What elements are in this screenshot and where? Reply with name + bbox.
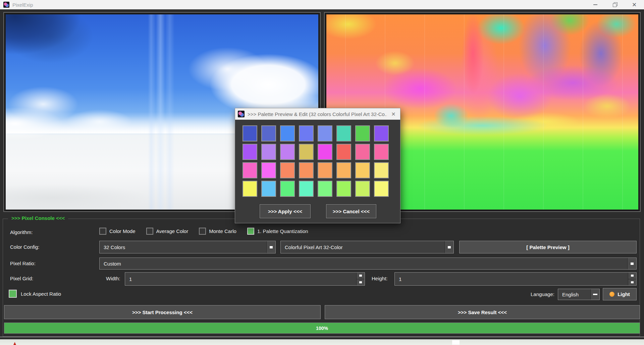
spin-up-button[interactable] bbox=[357, 273, 365, 279]
palette-swatch[interactable] bbox=[336, 125, 351, 141]
app-icon bbox=[3, 2, 9, 8]
palette-swatch[interactable] bbox=[355, 181, 370, 197]
checkbox-icon[interactable] bbox=[146, 228, 153, 235]
width-input[interactable] bbox=[125, 273, 356, 285]
palette-swatch[interactable] bbox=[355, 162, 370, 178]
algorithm-option[interactable]: Average Color bbox=[146, 228, 189, 235]
palette-swatch[interactable] bbox=[374, 144, 389, 160]
dropdown-icon bbox=[593, 294, 597, 295]
palette-swatch[interactable] bbox=[336, 181, 351, 197]
palette-swatch[interactable] bbox=[243, 162, 257, 178]
apply-button[interactable]: >>> Apply <<< bbox=[260, 204, 311, 218]
palette-swatch[interactable] bbox=[243, 144, 257, 160]
restore-button[interactable] bbox=[605, 0, 625, 9]
color-config-label: Color Config: bbox=[10, 244, 40, 250]
close-icon: ✕ bbox=[632, 2, 637, 8]
palette-swatch[interactable] bbox=[280, 181, 295, 197]
dialog-close-button[interactable]: ✕ bbox=[387, 111, 400, 117]
pixel-ratio-dropdown[interactable]: Custom bbox=[99, 257, 637, 270]
palette-swatch[interactable] bbox=[374, 125, 389, 141]
palette-swatch[interactable] bbox=[261, 125, 276, 141]
spin-down-icon bbox=[359, 281, 362, 283]
language-label: Language: bbox=[531, 291, 554, 297]
progress-value: 100% bbox=[316, 326, 328, 331]
palette-swatch[interactable] bbox=[299, 144, 314, 160]
palette-swatch[interactable] bbox=[243, 181, 257, 197]
palette-swatch[interactable] bbox=[374, 181, 389, 197]
lock-aspect-checkbox[interactable] bbox=[9, 290, 17, 298]
desktop-strip bbox=[0, 339, 644, 345]
palette-preview-button[interactable]: [ Palette Preview ] bbox=[459, 241, 637, 253]
start-processing-button[interactable]: >>> Start Processing <<< bbox=[4, 305, 321, 319]
spin-down-button[interactable] bbox=[357, 279, 365, 286]
algorithm-label: Algorithm: bbox=[10, 229, 33, 235]
spin-up-icon bbox=[359, 275, 362, 277]
palette-swatch[interactable] bbox=[299, 181, 314, 197]
restore-icon bbox=[613, 3, 617, 7]
palette-swatch[interactable] bbox=[299, 162, 314, 178]
spin-up-icon bbox=[631, 275, 634, 277]
palette-dropdown[interactable]: Colorful Pixel Art 32-Color bbox=[280, 241, 454, 253]
palette-swatch[interactable] bbox=[318, 125, 332, 141]
palette-swatch[interactable] bbox=[280, 144, 295, 160]
palette-value: Colorful Pixel Art 32-Color bbox=[281, 241, 444, 253]
app-window: PixelExip ✕ >>> Pixel Console <<< Algori… bbox=[0, 0, 644, 345]
algorithm-option[interactable]: Monte Carlo bbox=[199, 228, 236, 235]
dialog-title: >>> Palette Preview & Edit (32 colors Co… bbox=[248, 111, 387, 117]
width-spinbox[interactable] bbox=[125, 272, 365, 286]
algorithm-option-label: Average Color bbox=[156, 228, 189, 234]
palette-swatch[interactable] bbox=[355, 144, 370, 160]
width-spinner bbox=[356, 273, 365, 285]
progress-bar: 100% bbox=[4, 323, 640, 334]
dropdown-icon bbox=[448, 246, 451, 248]
spin-up-button[interactable] bbox=[628, 273, 636, 279]
palette-swatch[interactable] bbox=[299, 125, 314, 141]
palette-swatch[interactable] bbox=[318, 144, 332, 160]
cancel-button[interactable]: >>> Cancel <<< bbox=[326, 204, 376, 218]
progress-fill: 100% bbox=[4, 323, 640, 333]
checkbox-icon[interactable] bbox=[199, 228, 206, 235]
spin-down-button[interactable] bbox=[628, 279, 636, 286]
dropdown-button[interactable] bbox=[590, 289, 599, 300]
algorithm-option-label: 1. Palette Quantization bbox=[257, 228, 308, 234]
save-result-button[interactable]: >>> Save Result <<< bbox=[325, 305, 640, 319]
algorithm-option[interactable]: Color Mode bbox=[99, 228, 136, 235]
palette-swatch[interactable] bbox=[261, 144, 276, 160]
palette-swatch[interactable] bbox=[243, 125, 257, 141]
height-input[interactable] bbox=[395, 273, 628, 285]
width-label: Width: bbox=[106, 276, 120, 281]
palette-swatch[interactable] bbox=[318, 162, 332, 178]
palette-swatch[interactable] bbox=[280, 125, 295, 141]
dropdown-icon bbox=[270, 246, 273, 248]
dropdown-button[interactable] bbox=[627, 258, 636, 269]
palette-swatch[interactable] bbox=[318, 181, 332, 197]
dialog-app-icon bbox=[238, 111, 245, 117]
palette-swatch[interactable] bbox=[374, 162, 389, 178]
dropdown-button[interactable] bbox=[444, 241, 453, 253]
dialog-titlebar[interactable]: >>> Palette Preview & Edit (32 colors Co… bbox=[235, 108, 400, 120]
pixel-ratio-value: Custom bbox=[100, 258, 627, 269]
palette-swatch[interactable] bbox=[355, 125, 370, 141]
palette-swatch[interactable] bbox=[336, 144, 351, 160]
dropdown-button[interactable] bbox=[266, 241, 275, 253]
language-dropdown[interactable]: English bbox=[558, 289, 600, 300]
language-value: English bbox=[558, 289, 590, 300]
checkbox-icon[interactable] bbox=[247, 228, 254, 235]
height-label: Height: bbox=[372, 276, 388, 281]
palette-swatch[interactable] bbox=[261, 181, 276, 197]
checkbox-icon[interactable] bbox=[99, 228, 106, 235]
palette-swatch[interactable] bbox=[336, 162, 351, 178]
algorithm-option-label: Monte Carlo bbox=[209, 228, 236, 234]
desktop-white-icon bbox=[452, 340, 460, 345]
algorithm-option[interactable]: 1. Palette Quantization bbox=[247, 228, 308, 235]
height-spinbox[interactable] bbox=[394, 272, 637, 286]
color-count-dropdown[interactable]: 32 Colors bbox=[99, 241, 276, 253]
minimize-icon bbox=[593, 4, 597, 5]
window-title: PixelExip bbox=[12, 2, 33, 8]
close-button[interactable]: ✕ bbox=[625, 0, 644, 9]
palette-swatch[interactable] bbox=[261, 162, 276, 178]
height-spinner bbox=[628, 273, 636, 285]
theme-toggle-button[interactable]: Light bbox=[603, 288, 637, 300]
palette-swatch[interactable] bbox=[280, 162, 295, 178]
minimize-button[interactable] bbox=[586, 0, 605, 9]
